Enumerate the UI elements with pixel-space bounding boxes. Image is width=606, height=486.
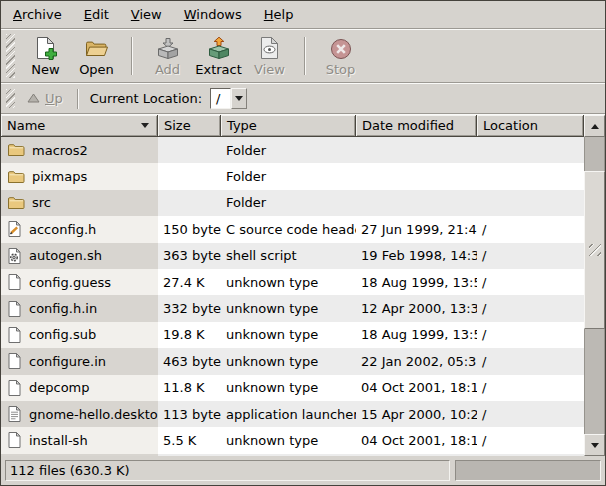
table-row[interactable]: config.sub19.8 Kunknown type18 Aug 1999,…: [1, 322, 584, 348]
menu-bar: ArchiveEditViewWindowsHelp: [1, 1, 605, 28]
scrollbar-thumb[interactable]: [584, 171, 605, 329]
table-row[interactable]: gnome-hello.desktop113 bytesapplication …: [1, 401, 584, 427]
size-cell: 11.8 K: [158, 375, 221, 401]
view-button: View: [245, 32, 294, 80]
table-row[interactable]: srcFolder: [1, 190, 584, 216]
location-bar-separator: [77, 89, 79, 109]
column-header-type[interactable]: Type: [221, 115, 356, 137]
location-input[interactable]: /: [210, 88, 231, 109]
column-header-label: Location: [483, 118, 538, 133]
size-cell: 363 bytes: [158, 243, 221, 269]
size-cell: 463 bytes: [158, 348, 221, 374]
toolbar-button-label: Extract: [195, 63, 242, 77]
table-row[interactable]: pixmapsFolder: [1, 163, 584, 189]
scroll-down-button[interactable]: [584, 434, 605, 456]
type-cell: unknown type: [221, 348, 356, 374]
add-button: Add: [143, 32, 192, 80]
menu-windows[interactable]: Windows: [173, 4, 253, 25]
toolbar-button-label: New: [31, 63, 59, 77]
date-cell: 15 Apr 2000, 10:21: [356, 401, 477, 427]
folder-icon: [7, 195, 25, 211]
name-cell: install-sh: [1, 427, 158, 453]
menu-view[interactable]: View: [120, 4, 173, 25]
name-cell: src: [1, 190, 158, 216]
date-cell: [356, 190, 477, 216]
date-cell: 19 Feb 1998, 14:31: [356, 243, 477, 269]
type-cell: unknown type: [221, 375, 356, 401]
stop-icon: [328, 36, 354, 62]
location-combo: /: [210, 88, 247, 109]
size-cell: [158, 163, 221, 189]
file-name: macros2: [32, 143, 88, 158]
location-dropdown-button[interactable]: [231, 88, 247, 109]
toolbar-button-label: Add: [155, 63, 180, 77]
new-button[interactable]: New: [21, 32, 70, 80]
location-cell: /: [477, 348, 584, 374]
document-icon: [7, 273, 22, 291]
location-bar-drag-handle[interactable]: [6, 89, 15, 108]
file-list: macros2FolderpixmapsFoldersrcFolderaccon…: [1, 137, 584, 456]
column-header-name[interactable]: Name: [1, 115, 158, 137]
document-icon: [7, 379, 22, 397]
type-cell: unknown type: [221, 427, 356, 453]
table-row[interactable]: macros2Folder: [1, 137, 584, 163]
scroll-up-button[interactable]: [584, 115, 605, 137]
current-location-label: Current Location:: [90, 91, 202, 106]
add-files-icon: [155, 36, 181, 62]
location-cell: /: [477, 322, 584, 348]
toolbar-drag-handle[interactable]: [6, 34, 15, 78]
column-header-size[interactable]: Size: [158, 115, 221, 137]
scroll-up-icon: [591, 124, 599, 129]
file-name: gnome-hello.desktop: [29, 407, 158, 422]
file-name: pixmaps: [32, 169, 87, 184]
table-row[interactable]: config.guess27.4 Kunknown type18 Aug 199…: [1, 269, 584, 295]
progress-bar-trough: [455, 460, 601, 481]
location-bar: Up Current Location: /: [1, 84, 605, 113]
document-icon: [7, 326, 22, 344]
toolbar-button-label: Stop: [326, 63, 356, 77]
toolbar-separator: [304, 37, 306, 75]
type-cell: application launcher: [221, 401, 356, 427]
up-arrow-icon: [27, 91, 40, 106]
size-cell: 19.8 K: [158, 322, 221, 348]
location-cell: /: [477, 243, 584, 269]
text-doc-icon: [7, 405, 22, 423]
location-cell: [477, 163, 584, 189]
open-button[interactable]: Open: [72, 32, 121, 80]
document-icon: [7, 352, 22, 370]
view-file-icon: [257, 36, 283, 62]
extract-button[interactable]: Extract: [194, 32, 243, 80]
scrollbar-grip-icon: [589, 244, 601, 256]
archive-manager-window: ArchiveEditViewWindowsHelp NewOpenAddExt…: [0, 0, 606, 486]
type-cell: C source code header: [221, 216, 356, 242]
type-cell: unknown type: [221, 322, 356, 348]
name-cell: acconfig.h: [1, 216, 158, 242]
toolbar-button-label: Open: [79, 63, 114, 77]
date-cell: 22 Jan 2002, 05:35: [356, 348, 477, 374]
scrollbar-track[interactable]: [584, 137, 605, 434]
up-button: Up: [20, 88, 70, 109]
table-row[interactable]: configure.in463 bytesunknown type22 Jan …: [1, 348, 584, 374]
table-row[interactable]: config.h.in332 bytesunknown type12 Apr 2…: [1, 295, 584, 321]
column-header-location[interactable]: Location: [477, 115, 584, 137]
table-row[interactable]: acconfig.h150 bytesC source code header2…: [1, 216, 584, 242]
column-header-date-modified[interactable]: Date modified: [356, 115, 477, 137]
table-row[interactable]: depcomp11.8 Kunknown type04 Oct 2001, 18…: [1, 375, 584, 401]
menu-edit[interactable]: Edit: [73, 4, 120, 25]
menu-help[interactable]: Help: [253, 4, 305, 25]
date-cell: [356, 163, 477, 189]
table-row[interactable]: autogen.sh363 bytesshell script19 Feb 19…: [1, 243, 584, 269]
name-cell: pixmaps: [1, 163, 158, 189]
date-cell: 18 Aug 1999, 13:53: [356, 322, 477, 348]
location-cell: /: [477, 295, 584, 321]
name-cell: config.guess: [1, 269, 158, 295]
file-table: NameSizeTypeDate modifiedLocation macros…: [1, 115, 605, 456]
name-cell: autogen.sh: [1, 243, 158, 269]
table-row[interactable]: install-sh5.5 Kunknown type04 Oct 2001, …: [1, 427, 584, 453]
header-doc-icon: [7, 220, 22, 238]
location-cell: /: [477, 269, 584, 295]
name-cell: macros2: [1, 137, 158, 163]
type-cell: shell script: [221, 243, 356, 269]
menu-archive[interactable]: Archive: [2, 4, 73, 25]
size-cell: [158, 190, 221, 216]
